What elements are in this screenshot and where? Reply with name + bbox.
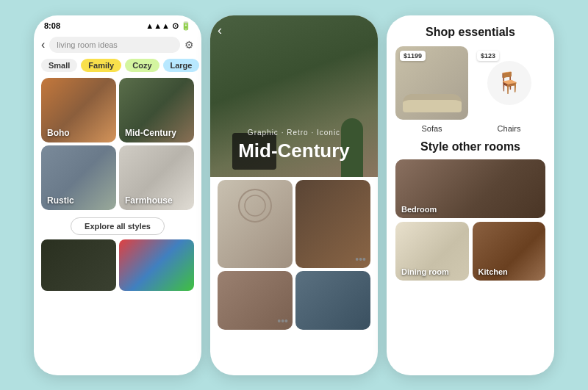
style-farmhouse[interactable]: Farmhouse <box>119 145 194 210</box>
left-phone: 8:08 ▲▲▲ ⊙ 🔋 ‹ living room ideas ⚙ Small… <box>34 15 201 375</box>
essential-labels: Sofas Chairs <box>395 124 545 133</box>
svg-point-0 <box>239 189 271 222</box>
right-content: Shop essentials $1199 $123 🪑 Sofas Chair… <box>387 15 554 286</box>
mid-photo-1[interactable] <box>218 180 293 268</box>
battery-icon: 🔋 <box>181 21 191 31</box>
mid-bottom-row: ••• <box>210 271 378 334</box>
dining-room[interactable]: Dining room <box>395 222 469 281</box>
chair-graphic-icon: 🪑 <box>487 61 531 105</box>
search-input[interactable]: living room ideas <box>49 37 180 53</box>
chair-price: $123 <box>477 51 499 61</box>
style-midcentury-label: Mid-Century <box>125 128 176 138</box>
mid-hero-subtitle: Graphic · Retro · Iconic <box>210 129 378 137</box>
essentials-grid: $1199 $123 🪑 <box>395 46 545 120</box>
status-bar: 8:08 ▲▲▲ ⊙ 🔋 <box>34 15 201 34</box>
explore-all-button[interactable]: Explore all styles <box>71 217 165 235</box>
bottom-photo-1[interactable] <box>41 239 116 291</box>
kitchen-label: Kitchen <box>478 267 508 276</box>
tags-row: Small Family Cozy Large Lay... <box>34 56 201 75</box>
mid-photo-2[interactable]: ••• <box>295 180 370 268</box>
style-grid: Boho Mid-Century Rustic Farmhouse <box>34 75 201 213</box>
sofas-label: Sofas <box>395 124 468 133</box>
kitchen-room[interactable]: Kitchen <box>473 222 546 281</box>
sofa-price: $1199 <box>400 51 426 61</box>
mid-phone: ‹ Graphic · Retro · Iconic Mid-Century •… <box>210 15 378 375</box>
rooms-grid: Bedroom Dining room Kitchen <box>395 159 545 281</box>
mid-nav-back-icon[interactable]: ‹ <box>218 23 222 38</box>
bedroom-room[interactable]: Bedroom <box>395 159 545 218</box>
bottom-photos <box>34 239 201 291</box>
explore-btn-wrap: Explore all styles <box>34 213 201 239</box>
tag-large[interactable]: Large <box>163 59 200 72</box>
tag-cozy[interactable]: Cozy <box>125 59 159 72</box>
style-farmhouse-label: Farmhouse <box>125 195 173 206</box>
mid-photos-grid: ••• <box>210 177 378 271</box>
style-rustic[interactable]: Rustic <box>41 145 116 210</box>
status-time: 8:08 <box>44 21 60 30</box>
status-icons: ▲▲▲ ⊙ 🔋 <box>146 21 191 31</box>
chairs-label: Chairs <box>473 124 545 133</box>
tag-family[interactable]: Family <box>81 59 121 72</box>
filter-icon[interactable]: ⚙ <box>184 39 194 51</box>
bottom-photo-2[interactable] <box>119 239 194 291</box>
mid-bottom-photo-2[interactable] <box>295 271 370 330</box>
signal-icon: ▲▲▲ <box>146 21 170 30</box>
mid-hero: ‹ Graphic · Retro · Iconic Mid-Century <box>210 15 378 177</box>
mid-hero-title: Mid-Century <box>210 140 378 162</box>
style-other-rooms-title: Style other rooms <box>395 140 545 154</box>
bedroom-label: Bedroom <box>401 205 437 214</box>
style-midcentury[interactable]: Mid-Century <box>119 78 194 142</box>
style-rustic-label: Rustic <box>47 195 74 206</box>
mid-hero-content: Graphic · Retro · Iconic Mid-Century <box>210 129 378 162</box>
mid-photo-2-dots[interactable]: ••• <box>355 253 366 265</box>
dining-label: Dining room <box>401 267 449 276</box>
mid-bottom-photo-1-dots[interactable]: ••• <box>277 315 288 327</box>
shop-essentials-title: Shop essentials <box>395 26 545 39</box>
sofa-item[interactable]: $1199 <box>395 46 468 120</box>
back-arrow-icon[interactable]: ‹ <box>41 38 45 51</box>
right-phone: Shop essentials $1199 $123 🪑 Sofas Chair… <box>387 15 554 375</box>
mid-bottom-photo-1[interactable]: ••• <box>218 271 293 330</box>
wifi-icon: ⊙ <box>172 21 179 31</box>
tag-small[interactable]: Small <box>41 59 77 72</box>
chair-item[interactable]: $123 🪑 <box>473 46 545 120</box>
style-boho-label: Boho <box>47 128 70 138</box>
style-boho[interactable]: Boho <box>41 78 116 142</box>
sofa-graphic <box>403 94 462 112</box>
svg-point-1 <box>245 195 265 216</box>
search-bar-row: ‹ living room ideas ⚙ <box>34 34 201 56</box>
